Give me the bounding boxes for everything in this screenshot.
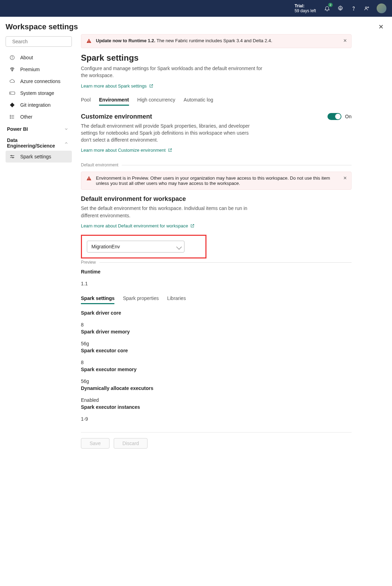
- sidebar-item-label: Azure connections: [20, 78, 60, 84]
- close-icon[interactable]: ✕: [343, 38, 347, 43]
- learn-label: Learn more about Spark settings: [81, 83, 147, 89]
- search-box[interactable]: [6, 36, 72, 47]
- svg-point-15: [10, 117, 11, 117]
- sidebar-item-azure[interactable]: Azure connections: [6, 75, 72, 87]
- driver-core-label: Spark driver core: [81, 310, 386, 316]
- sidebar-item-label: About: [20, 55, 33, 60]
- external-link-icon: [149, 84, 153, 88]
- tab-automatic-log[interactable]: Automatic log: [184, 95, 213, 106]
- svg-point-8: [12, 56, 12, 57]
- preview-banner: Environment is in Preview. Other users i…: [81, 172, 352, 190]
- discard-button[interactable]: Discard: [114, 438, 148, 449]
- spark-settings-desc: Configure and manage settings for Spark …: [81, 65, 262, 79]
- topbar: Trial: 59 days left 2: [0, 0, 392, 17]
- settings-icon[interactable]: [337, 5, 344, 12]
- tab-libraries[interactable]: Libraries: [167, 293, 186, 304]
- list-icon: [9, 114, 15, 120]
- sidebar-item-about[interactable]: About: [6, 52, 72, 63]
- preview-legend: Preview: [81, 260, 352, 265]
- environment-dropdown[interactable]: MigrationEnv: [87, 241, 184, 253]
- close-icon[interactable]: ✕: [343, 175, 347, 181]
- page-title: Workspace settings: [6, 22, 78, 31]
- notifications-badge: 2: [328, 3, 333, 7]
- save-button[interactable]: Save: [81, 438, 110, 449]
- sidebar-item-spark-settings[interactable]: Spark settings: [6, 151, 72, 163]
- learn-spark-link[interactable]: Learn more about Spark settings: [81, 83, 153, 89]
- default-env-desc: Set the default environment for this wor…: [81, 205, 262, 219]
- driver-mem-value: 56g: [81, 341, 386, 346]
- svg-rect-22: [89, 42, 89, 42]
- dyn-label: Dynamically allocate executors: [81, 385, 386, 391]
- chevron-down-icon: [64, 127, 68, 131]
- banner-bold: Update now to Runtime 1.2.: [96, 38, 155, 43]
- spark-settings-heading: Spark settings: [81, 53, 386, 63]
- info-icon: [9, 54, 15, 61]
- banner-text: The new Fabric runtime includes Spark 3.…: [155, 38, 272, 43]
- dropdown-value: MigrationEnv: [91, 244, 120, 249]
- svg-point-16: [10, 118, 11, 119]
- svg-point-2: [365, 7, 367, 9]
- sliders-icon: [9, 153, 15, 160]
- runtime-value: 1.1: [81, 281, 386, 286]
- svg-point-0: [340, 8, 341, 9]
- customize-desc: The default environment will provide Spa…: [81, 122, 252, 144]
- sidebar-item-label: Premium: [20, 67, 40, 72]
- legend-label: Preview: [81, 260, 96, 265]
- tab-high-concurrency[interactable]: High concurrency: [137, 95, 175, 106]
- exec-mem-label: Spark executor memory: [81, 367, 386, 372]
- people-icon[interactable]: [363, 5, 370, 12]
- sidebar-item-label: System storage: [20, 90, 54, 96]
- sidebar-group-powerbi[interactable]: Power BI: [6, 123, 72, 134]
- svg-point-19: [11, 155, 12, 156]
- cloud-icon: [9, 78, 15, 84]
- customize-toggle[interactable]: [327, 113, 341, 120]
- external-link-icon: [190, 224, 195, 228]
- group-label: Data Engineering/Science: [7, 137, 56, 149]
- environment-dropdown-highlight: MigrationEnv: [81, 235, 206, 258]
- svg-rect-24: [89, 180, 89, 180]
- sidebar-item-git[interactable]: Git integration: [6, 99, 72, 111]
- trial-label: Trial:: [295, 3, 316, 8]
- inst-label: Spark executor instances: [81, 404, 386, 410]
- storage-icon: [9, 90, 15, 96]
- svg-rect-23: [89, 178, 89, 179]
- exec-core-value: 8: [81, 360, 386, 365]
- customize-heading: Customize environment: [81, 113, 327, 120]
- avatar[interactable]: [377, 3, 386, 13]
- tab-spark-properties[interactable]: Spark properties: [123, 293, 159, 304]
- search-input[interactable]: [12, 39, 73, 44]
- exec-core-label: Spark executor core: [81, 348, 386, 353]
- help-icon[interactable]: [350, 5, 357, 12]
- sidebar-item-other[interactable]: Other: [6, 111, 72, 123]
- svg-point-10: [10, 93, 11, 93]
- default-env-heading: Default environment for workspace: [81, 195, 386, 203]
- warning-icon: [86, 175, 92, 181]
- tab-spark-settings[interactable]: Spark settings: [81, 293, 114, 304]
- close-icon[interactable]: ✕: [378, 23, 384, 31]
- dyn-value: Enabled: [81, 397, 386, 403]
- external-link-icon: [168, 148, 172, 152]
- notifications-icon[interactable]: 2: [324, 5, 331, 12]
- legend-label: Default environment: [81, 163, 118, 167]
- sidebar-item-label: Git integration: [20, 102, 51, 108]
- driver-core-value: 8: [81, 322, 386, 328]
- tabs-preview: Spark settings Spark properties Librarie…: [81, 293, 352, 305]
- trial-days: 59 days left: [295, 8, 316, 13]
- update-banner: Update now to Runtime 1.2. The new Fabri…: [81, 34, 352, 48]
- sidebar-item-storage[interactable]: System storage: [6, 87, 72, 99]
- customize-section: Customize environment The default enviro…: [81, 113, 352, 159]
- tab-pool[interactable]: Pool: [81, 95, 91, 106]
- main-content: Update now to Runtime 1.2. The new Fabri…: [78, 34, 386, 449]
- tab-environment[interactable]: Environment: [99, 95, 129, 106]
- learn-label: Learn more about Customize environment: [81, 148, 166, 153]
- default-env-legend: Default environment: [81, 163, 352, 167]
- inst-value: 1-9: [81, 416, 386, 422]
- sidebar-item-label: Spark settings: [20, 154, 51, 159]
- sidebar-item-premium[interactable]: Premium: [6, 63, 72, 75]
- warning-icon: [86, 38, 92, 44]
- exec-mem-value: 56g: [81, 378, 386, 384]
- learn-customize-link[interactable]: Learn more about Customize environment: [81, 148, 172, 153]
- learn-default-env-link[interactable]: Learn more about Default environment for…: [81, 223, 195, 228]
- sidebar-group-data[interactable]: Data Engineering/Science: [6, 134, 72, 151]
- svg-point-20: [13, 157, 14, 158]
